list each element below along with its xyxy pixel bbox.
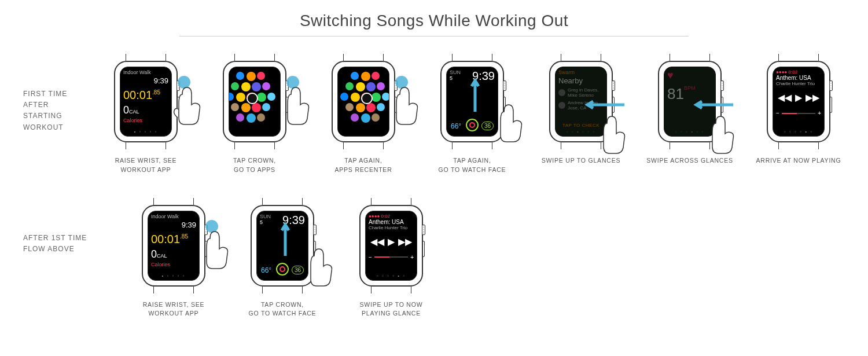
watch-frame: SUN5 9:39 66° 36 xyxy=(245,198,320,293)
screen-workout: Indoor Walk 9:39 00:01.85 0CAL Calories … xyxy=(148,211,200,281)
touch-indicator xyxy=(286,76,299,89)
screen-now-playing: ●●●● 0:02 Anthem: USA Charlie Hunter Tri… xyxy=(365,211,417,281)
glance-cta: TAP TO CHECK xyxy=(556,123,606,128)
heart-rate-value: 81BPM xyxy=(667,85,712,103)
step: SUN5 9:39 66° 36 TAP A xyxy=(426,54,518,175)
next-icon: ▶▶ xyxy=(806,92,819,103)
step-caption: SWIPE ACROSS GLANCES xyxy=(646,156,733,166)
watch-frame: SUN5 9:39 66° 36 xyxy=(435,54,510,149)
volume-bar xyxy=(782,113,815,114)
watch-frame: ●●●● 0:02 Anthem: USA Charlie Hunter Tri… xyxy=(354,198,429,293)
touch-indicator xyxy=(178,76,190,89)
face-time: 9:39 xyxy=(472,69,495,83)
screen-now-playing: ●●●● 0:02 Anthem: USA Charlie Hunter Tri… xyxy=(773,67,825,137)
step: ♥ 81BPM ◦ ◦ ◦ • ◦ ◦ SWIPE ACROSS GLANCES xyxy=(643,54,736,175)
screen-apps xyxy=(337,67,389,137)
step-caption: SWIPE UP TO NOW PLAYING GLANCE xyxy=(360,300,423,319)
heart-icon: ♥ xyxy=(667,69,712,82)
next-icon: ▶▶ xyxy=(398,236,412,247)
np-source: ●●●● 0:02 xyxy=(776,69,821,75)
watch-frame: Swarm Nearby Greg in Daves,Mike Sereno A… xyxy=(543,54,619,149)
play-icon: ▶ xyxy=(388,236,395,247)
flow-after-first: AFTER 1ST TIME FLOW ABOVE Indoor Walk 9:… xyxy=(23,198,845,319)
watch-frame xyxy=(217,54,292,149)
divider xyxy=(179,36,689,36)
screen-heart-glance: ♥ 81BPM ◦ ◦ ◦ • ◦ ◦ xyxy=(664,67,716,137)
activity-complication-icon xyxy=(276,263,289,276)
watch-frame: ●●●● 0:02 Anthem: USA Charlie Hunter Tri… xyxy=(761,54,836,149)
clock-time: 9:39 xyxy=(123,76,168,85)
screen-watchface: SUN5 9:39 66° 36 xyxy=(446,67,498,137)
workout-mode: Indoor Walk xyxy=(123,69,168,75)
step-caption: RAISE WRIST, SEE WORKOUT APP xyxy=(115,156,177,175)
activity-complication-icon xyxy=(466,119,479,131)
vol-down-icon: − xyxy=(776,110,779,116)
step: ●●●● 0:02 Anthem: USA Charlie Hunter Tri… xyxy=(752,54,845,175)
np-song: Anthem: USA xyxy=(776,75,821,81)
watch-frame: ♥ 81BPM ◦ ◦ ◦ • ◦ ◦ xyxy=(652,54,727,149)
step: Indoor Walk 9:39 00:01.85 0CAL Calories … xyxy=(127,198,220,319)
step: SUN5 9:39 66° 36 TAP C xyxy=(236,198,329,319)
screen-swarm-glance: Swarm Nearby Greg in Daves,Mike Sereno A… xyxy=(555,67,607,137)
elapsed-time: 00:01.85 xyxy=(123,89,168,102)
temp-complication: 66° xyxy=(451,122,461,130)
play-icon: ▶ xyxy=(795,92,802,103)
watch-frame: Indoor Walk 9:39 00:01.85 0CAL Calories … xyxy=(136,198,211,293)
step-caption: TAP AGAIN, APPS RECENTER xyxy=(334,156,392,175)
step-caption: ARRIVE AT NOW PLAYING xyxy=(756,156,841,166)
step: ●●●● 0:02 Anthem: USA Charlie Hunter Tri… xyxy=(345,198,437,319)
step-caption: RAISE WRIST, SEE WORKOUT APP xyxy=(143,300,205,319)
step: Swarm Nearby Greg in Daves,Mike Sereno A… xyxy=(535,54,627,175)
step-caption: TAP CROWN, GO TO APPS xyxy=(233,156,276,175)
battery-complication: 36 xyxy=(481,122,494,130)
glance-header: Nearby xyxy=(558,76,604,85)
prev-icon: ◀◀ xyxy=(778,92,792,103)
watch-frame: Indoor Walk 9:39 00:01.85 0CAL Calories … xyxy=(108,54,183,149)
vol-up-icon: + xyxy=(818,110,821,116)
side-button xyxy=(177,97,179,113)
touch-indicator xyxy=(395,76,408,89)
glance-app-name: Swarm xyxy=(558,69,604,75)
flow-label: FIRST TIME AFTER STARTING WORKOUT xyxy=(23,54,100,133)
step-caption: SWIPE UP TO GLANCES xyxy=(542,156,621,166)
step-caption: TAP AGAIN, GO TO WATCH FACE xyxy=(439,156,506,175)
face-date: SUN5 xyxy=(450,69,461,81)
flow-label: AFTER 1ST TIME FLOW ABOVE xyxy=(23,198,127,255)
step: Indoor Walk 9:39 00:01.85 0CAL Calories … xyxy=(100,54,192,175)
step-caption: TAP CROWN, GO TO WATCH FACE xyxy=(249,300,317,319)
watch-frame xyxy=(326,54,401,149)
flow-first-time: FIRST TIME AFTER STARTING WORKOUT Indoor… xyxy=(23,54,845,175)
step: TAP AGAIN, APPS RECENTER xyxy=(317,54,410,175)
screen-watchface: SUN5 9:39 66° 36 xyxy=(256,211,308,281)
calories-value: 0CAL xyxy=(123,104,168,116)
np-artist: Charlie Hunter Trio xyxy=(776,81,821,86)
step: TAP CROWN, GO TO APPS xyxy=(208,54,301,175)
screen-workout: Indoor Walk 9:39 00:01.85 0CAL Calories … xyxy=(120,67,172,137)
screen-apps xyxy=(229,67,281,137)
touch-indicator xyxy=(205,220,218,233)
calories-label: Calories xyxy=(123,118,168,123)
page-title: Switching Songs While Working Out xyxy=(23,12,845,30)
prev-icon: ◀◀ xyxy=(370,236,384,247)
